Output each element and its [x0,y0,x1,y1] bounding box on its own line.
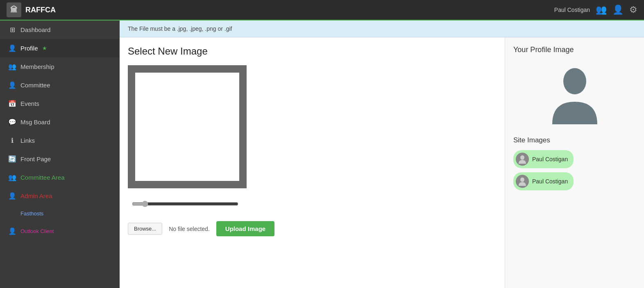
admin-area-icon: 👤 [8,192,16,200]
alert-message: The File must be a .jpg, .jpeg, .png or … [128,25,232,32]
msgboard-icon: 💬 [8,118,16,126]
sidebar-label-dashboard: Dashboard [20,26,50,33]
committee-icon: 👤 [8,81,16,89]
no-file-label: No file selected. [169,226,210,232]
sidebar-item-msgboard[interactable]: 💬 Msg Board [0,113,120,131]
svg-point-0 [563,68,586,94]
sidebar-item-events[interactable]: 📅 Events [0,94,120,113]
sidebar-label-profile: Profile [20,45,38,52]
sidebar-label-frontpage: Front Page [20,155,51,162]
site-image-icon-2 [516,175,529,188]
sidebar-item-outlook[interactable]: 👤 Outlook Client [0,222,120,240]
sidebar-item-membership[interactable]: 👥 Membership [0,57,120,76]
avatar-placeholder [546,61,603,126]
brand-icon: 🏛 [7,2,21,17]
right-panel: Your Profile Image Site Images [505,37,644,288]
upload-button[interactable]: Upload Image [216,221,274,236]
avatar-svg [548,63,601,124]
star-icon: ★ [42,45,47,51]
site-image-name-2: Paul Costigan [532,178,568,185]
brand: 🏛 RAFFCA [7,2,56,17]
svg-point-1 [520,155,524,160]
sidebar-label-membership: Membership [20,63,54,70]
main-layout: ⊞ Dashboard 👤 Profile ★ 👥 Membership 👤 C… [0,21,644,288]
site-image-item-2[interactable]: Paul Costigan [513,172,574,190]
browse-button[interactable]: Browse... [128,223,162,235]
sidebar: ⊞ Dashboard 👤 Profile ★ 👥 Membership 👤 C… [0,21,120,288]
content-body: Select New Image Browse... No file selec… [120,37,644,288]
image-scale-slider[interactable] [132,201,238,207]
navbar-right: Paul Costigan 👥 👤 ⚙ [554,5,637,15]
sidebar-item-admin-area[interactable]: 👤 Admin Area [0,187,120,205]
dashboard-icon: ⊞ [8,26,16,34]
upload-row: Browse... No file selected. Upload Image [128,221,497,236]
sidebar-label-committee-area: Committee Area [20,174,65,181]
profile-icon: 👤 [8,44,16,52]
outlook-icon: 👤 [8,227,16,235]
sidebar-item-dashboard[interactable]: ⊞ Dashboard [0,21,120,39]
events-icon: 📅 [8,100,16,107]
site-image-icon-1 [516,153,529,166]
image-frame-inner [135,73,239,181]
sidebar-item-links[interactable]: ℹ Links [0,131,120,150]
settings-icon[interactable]: ⚙ [629,5,637,15]
sidebar-item-profile[interactable]: 👤 Profile ★ [0,39,120,57]
group-icon[interactable]: 👥 [596,5,607,15]
committee-area-icon: 👥 [8,174,16,181]
sidebar-label-admin-area: Admin Area [20,192,52,199]
membership-icon: 👥 [8,63,16,71]
sidebar-label-events: Events [20,100,39,107]
account-icon[interactable]: 👤 [612,5,624,15]
user-icon-2 [518,177,526,186]
sidebar-label-committee: Committee [20,82,50,89]
sidebar-label-msgboard: Msg Board [20,119,50,126]
sidebar-label-fasthosts: Fasthosts [20,210,43,217]
sidebar-item-committee[interactable]: 👤 Committee [0,76,120,94]
links-icon: ℹ [8,137,16,144]
site-image-name-1: Paul Costigan [532,156,568,162]
profile-image-title: Your Profile Image [513,46,636,54]
sidebar-label-outlook: Outlook Client [20,228,54,234]
site-images-title: Site Images [513,136,636,144]
sidebar-item-fasthosts[interactable]: Fasthosts [0,205,120,222]
sidebar-item-committee-area[interactable]: 👥 Committee Area [0,168,120,187]
brand-name: RAFFCA [25,6,56,14]
svg-point-2 [520,178,524,182]
frontpage-icon: 🔄 [8,155,16,163]
site-image-item-1[interactable]: Paul Costigan [513,150,574,168]
image-frame [128,65,247,188]
image-frame-container [128,65,497,188]
alert-bar: The File must be a .jpg, .jpeg, .png or … [120,21,644,37]
navbar-username: Paul Costigan [554,7,590,13]
main-panel: Select New Image Browse... No file selec… [120,37,505,288]
user-icon-1 [518,155,526,164]
section-title: Select New Image [128,46,497,57]
slider-container [128,201,497,209]
profile-avatar [513,61,636,126]
sidebar-label-links: Links [20,137,35,144]
navbar: 🏛 RAFFCA Paul Costigan 👥 👤 ⚙ [0,0,644,21]
content-area: The File must be a .jpg, .jpeg, .png or … [120,21,644,288]
sidebar-item-frontpage[interactable]: 🔄 Front Page [0,150,120,168]
